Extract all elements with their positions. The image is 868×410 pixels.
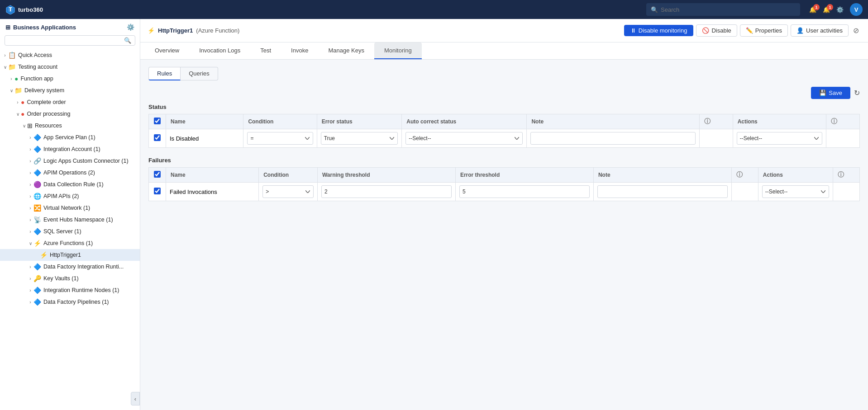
status-row1-checkbox[interactable] xyxy=(154,134,161,141)
search-input[interactable] xyxy=(661,6,796,13)
sidebar-item-azure-functions[interactable]: ∨⚡Azure Functions (1) xyxy=(0,237,140,249)
failures-row1-warning-threshold-input[interactable] xyxy=(321,185,452,198)
tree-arrow-apim-apis[interactable]: › xyxy=(27,194,33,199)
failures-actions-info-icon[interactable]: ⓘ xyxy=(838,171,844,179)
sidebar-item-integration-runtime-nodes[interactable]: ›🔷Integration Runtime Nodes (1) xyxy=(0,284,140,296)
disable-btn[interactable]: 🚫 Disable xyxy=(696,24,737,37)
notifications-badge: 1 xyxy=(813,4,820,10)
status-row1-condition-select[interactable]: =!=>< xyxy=(247,132,313,145)
status-row1-auto-correct-select[interactable]: --Select--YesNo xyxy=(405,132,523,145)
tree-arrow-virtual-network[interactable]: › xyxy=(27,206,33,211)
sidebar-item-app-service-plan[interactable]: ›🔷App Service Plan (1) xyxy=(0,132,140,143)
tab-invocation-logs[interactable]: Invocation Logs xyxy=(189,42,250,59)
failures-note-info-icon[interactable]: ⓘ xyxy=(736,171,743,179)
tree-arrow-sql-server[interactable]: › xyxy=(27,229,33,234)
fcol-actions-info: ⓘ xyxy=(833,168,859,183)
tree-label-quick-access: Quick Access xyxy=(18,52,52,58)
tree-arrow-integration-account[interactable]: › xyxy=(27,147,33,152)
tree-arrow-data-factory-runtime[interactable]: › xyxy=(27,264,33,269)
sidebar-title-group: ⊞ Business Applications xyxy=(5,24,76,31)
tab-test[interactable]: Test xyxy=(250,42,281,59)
sidebar-collapse-btn[interactable]: ‹ xyxy=(131,392,140,405)
tree-arrow-key-vaults[interactable]: › xyxy=(27,276,33,281)
tree-arrow-azure-functions[interactable]: ∨ xyxy=(27,241,33,246)
tree-arrow-order-processing[interactable]: ∨ xyxy=(14,112,21,117)
failures-row1-error-threshold-input[interactable] xyxy=(459,185,590,198)
sidebar-item-function-app[interactable]: ›●Function app xyxy=(0,73,140,85)
sidebar-item-integration-account[interactable]: ›🔷Integration Account (1) xyxy=(0,143,140,155)
sidebar-item-complete-order[interactable]: ›●Complete order xyxy=(0,96,140,108)
tab-manage-keys[interactable]: Manage Keys xyxy=(318,42,374,59)
sidebar-search-box[interactable]: 🔍 xyxy=(5,35,135,46)
tree-arrow-testing-account[interactable]: ∨ xyxy=(2,65,8,70)
user-activities-btn[interactable]: 👤 User activities xyxy=(791,24,849,37)
tree-label-key-vaults: Key Vaults (1) xyxy=(43,275,79,282)
actions-info-icon[interactable]: ⓘ xyxy=(831,118,837,126)
sidebar-item-apim-operations[interactable]: ›🔷APIM Operations (2) xyxy=(0,167,140,179)
tree-label-apim-apis: APIM APIs (2) xyxy=(43,193,79,199)
save-btn[interactable]: 💾 Save xyxy=(811,87,850,99)
settings-btn[interactable]: ⚙️ xyxy=(836,6,844,13)
sidebar-item-logic-apps-connector[interactable]: ›🔗Logic Apps Custom Connector (1) xyxy=(0,155,140,167)
tree-icon-virtual-network: 🔀 xyxy=(33,204,41,212)
sub-tab-queries[interactable]: Queries xyxy=(181,67,218,80)
tree-arrow-event-hubs-namespace[interactable]: › xyxy=(27,217,33,222)
status-row1-actions-select[interactable]: --Select--EmailWebhook xyxy=(737,132,823,145)
tree-arrow-logic-apps-connector[interactable]: › xyxy=(27,159,33,164)
tree-arrow-complete-order[interactable]: › xyxy=(14,100,21,105)
tab-invoke[interactable]: Invoke xyxy=(281,42,318,59)
sidebar-item-resources[interactable]: ∨⊞Resources xyxy=(0,120,140,132)
global-search-box[interactable]: 🔍 xyxy=(646,3,800,16)
failures-select-all-checkbox[interactable] xyxy=(154,171,161,178)
failures-row1-actions-select[interactable]: --Select--EmailWebhook xyxy=(762,185,829,198)
failures-row1-checkbox[interactable] xyxy=(154,188,161,194)
tree-arrow-delivery-system[interactable]: ∨ xyxy=(8,88,14,93)
sidebar-search-input[interactable] xyxy=(9,38,122,44)
tab-monitoring[interactable]: Monitoring xyxy=(374,42,422,59)
sidebar-item-event-hubs-namespace[interactable]: ›📡Event Hubs Namespace (1) xyxy=(0,214,140,226)
sidebar-item-virtual-network[interactable]: ›🔀Virtual Network (1) xyxy=(0,202,140,214)
sidebar-item-data-factory-pipelines[interactable]: ›🔷Data Factory Pipelines (1) xyxy=(0,296,140,308)
failures-row1-condition-select[interactable]: ><=>=<= xyxy=(262,185,314,198)
sidebar-item-delivery-system[interactable]: ∨📁Delivery system xyxy=(0,85,140,96)
sidebar-item-key-vaults[interactable]: ›🔑Key Vaults (1) xyxy=(0,273,140,284)
col-error-status: Error status xyxy=(317,114,402,129)
disable-monitoring-icon: ⏸ xyxy=(630,27,636,34)
failures-row1-note-input[interactable] xyxy=(597,185,728,198)
disable-monitoring-btn[interactable]: ⏸ Disable monitoring xyxy=(624,25,694,36)
refresh-btn[interactable]: ↻ xyxy=(854,89,860,97)
sidebar-item-order-processing[interactable]: ∨●Order processing xyxy=(0,108,140,120)
search-icon: 🔍 xyxy=(651,6,658,13)
tree-arrow-function-app[interactable]: › xyxy=(8,76,14,81)
tree-arrow-resources[interactable]: ∨ xyxy=(21,123,27,128)
tree-arrow-quick-access[interactable]: › xyxy=(2,53,8,58)
sidebar-item-apim-apis[interactable]: ›🌐APIM APIs (2) xyxy=(0,190,140,202)
tree-arrow-data-factory-pipelines[interactable]: › xyxy=(27,300,33,305)
status-row1-error-status-select[interactable]: TrueFalse xyxy=(321,132,398,145)
note-info-icon[interactable]: ⓘ xyxy=(704,118,711,126)
alerts-btn[interactable]: 🔔 1 xyxy=(823,6,830,13)
sidebar-item-httptrigger1[interactable]: ⚡HttpTrigger1 xyxy=(0,249,140,261)
properties-btn[interactable]: ✏️ Properties xyxy=(740,24,788,37)
failures-row1-note-cell xyxy=(593,183,731,201)
notifications-btn[interactable]: 🔔 1 xyxy=(809,6,816,13)
sidebar-settings-btn[interactable]: ⚙️ xyxy=(127,24,134,31)
user-avatar[interactable]: V xyxy=(850,3,863,16)
failures-row1-note-spacer xyxy=(731,183,758,201)
user-activities-icon: 👤 xyxy=(796,27,804,34)
sidebar-item-testing-account[interactable]: ∨📁Testing account xyxy=(0,61,140,73)
sidebar-item-data-collection-rule[interactable]: ›🟣Data Collection Rule (1) xyxy=(0,179,140,190)
header-more-btn[interactable]: ⊘ xyxy=(851,24,861,37)
sidebar-item-sql-server[interactable]: ›🔷SQL Server (1) xyxy=(0,226,140,237)
tree-arrow-integration-runtime-nodes[interactable]: › xyxy=(27,288,33,293)
status-row1-note-input[interactable] xyxy=(530,132,695,145)
tree-icon-integration-runtime-nodes: 🔷 xyxy=(33,287,41,294)
tree-arrow-apim-operations[interactable]: › xyxy=(27,170,33,175)
sub-tab-rules[interactable]: Rules xyxy=(148,67,181,80)
sidebar-item-quick-access[interactable]: ›📋Quick Access xyxy=(0,49,140,61)
status-select-all-checkbox[interactable] xyxy=(154,118,161,124)
tree-arrow-app-service-plan[interactable]: › xyxy=(27,135,33,140)
sidebar-item-data-factory-runtime[interactable]: ›🔷Data Factory Integration Runti... xyxy=(0,261,140,273)
tree-arrow-data-collection-rule[interactable]: › xyxy=(27,182,33,187)
tab-overview[interactable]: Overview xyxy=(145,42,189,59)
